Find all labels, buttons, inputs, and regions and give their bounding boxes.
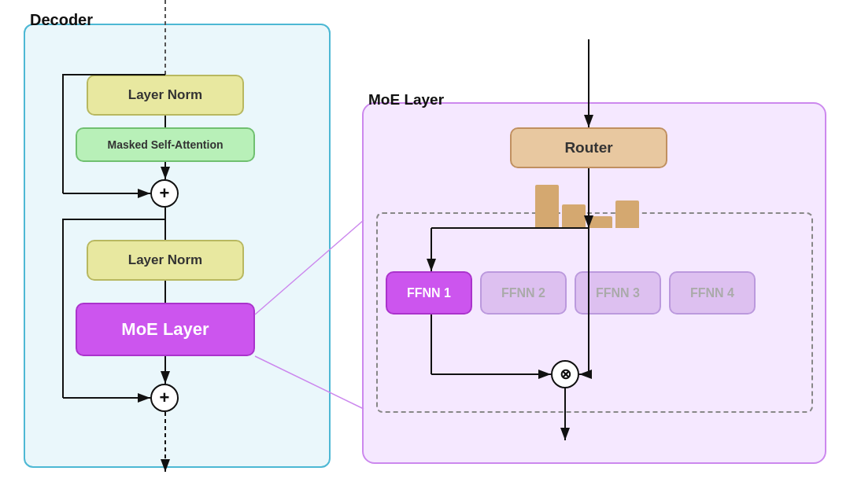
plus-circle-1: +: [150, 179, 179, 208]
bar-1: [535, 185, 559, 228]
bar-3: [589, 216, 612, 228]
bar-2: [562, 204, 586, 228]
masked-self-attention: Masked Self-Attention: [76, 127, 255, 162]
multiply-circle: ⊗: [551, 360, 579, 388]
plus-circle-2: +: [150, 384, 179, 412]
ffnn-container: FFNN 1 FFNN 2 FFNN 3 FFNN 4: [386, 271, 756, 315]
layer-norm-2: Layer Norm: [87, 240, 244, 281]
bar-chart: [535, 173, 677, 228]
ffnn-2: FFNN 2: [480, 271, 567, 315]
moe-inner-box: MoE Layer: [76, 303, 255, 356]
decoder-label: Decoder: [30, 11, 93, 29]
ffnn-3: FFNN 3: [575, 271, 661, 315]
ffnn-4: FFNN 4: [669, 271, 756, 315]
moe-outer-label: MoE Layer: [368, 91, 444, 109]
diagram-container: Decoder MoE Layer Layer Norm Masked Self…: [0, 0, 850, 504]
router-box: Router: [510, 127, 667, 168]
bar-4: [615, 200, 639, 228]
layer-norm-1: Layer Norm: [87, 75, 244, 116]
ffnn-1: FFNN 1: [386, 271, 472, 315]
